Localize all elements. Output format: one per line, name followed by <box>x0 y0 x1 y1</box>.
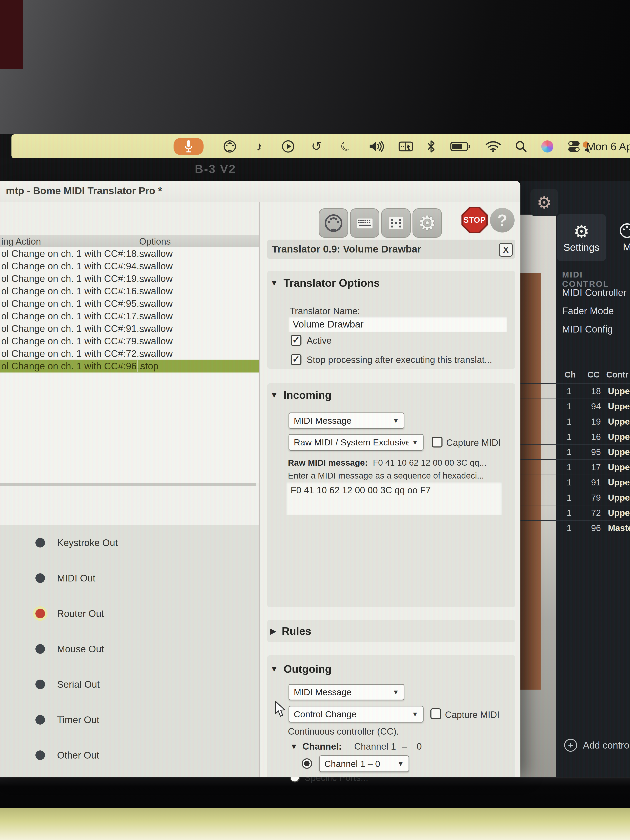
action-list-row[interactable]: ol Change on ch. 1 with CC#:91... swallo… <box>0 322 259 335</box>
partial-tab-label: M <box>623 241 630 253</box>
action-list-header[interactable]: ing Action Options <box>0 235 259 248</box>
translator-name-label: Translator Name: <box>290 306 360 316</box>
outgoing-subtype-dropdown[interactable]: Control Change ▼ <box>289 706 423 723</box>
cc-table-row[interactable]: 1 96 Maste <box>520 520 630 535</box>
settings-tab-label: Settings <box>563 242 599 253</box>
stop-processing-label: Stop processing after executing this tra… <box>307 355 492 365</box>
channel-radio[interactable] <box>302 758 312 769</box>
sidebar-nav-item[interactable]: MIDI Config <box>562 320 629 338</box>
cc-table-row[interactable]: 1 19 Upper <box>520 414 630 429</box>
volume-menu-icon[interactable] <box>367 134 385 158</box>
cc-table-row[interactable]: 1 17 Upper <box>520 459 630 475</box>
channel-dropdown[interactable]: Channel 1 – 0 ▼ <box>319 755 409 772</box>
action-list-row[interactable]: ol Change on ch. 1 with CC#:79... swallo… <box>0 335 259 347</box>
translator-name-input[interactable]: Volume Drawbar <box>289 316 507 332</box>
close-button[interactable]: X <box>499 243 513 257</box>
raw-midi-label: Raw MIDI message: <box>288 458 368 468</box>
sidebar-nav: MIDI Controller Fader Mode MIDI Config <box>562 283 629 338</box>
raw-midi-textarea[interactable]: F0 41 10 62 12 00 00 3C qq oo F7 <box>286 482 502 515</box>
tab-midi-partial[interactable]: M <box>619 214 630 261</box>
add-control-button[interactable]: + Add control <box>564 739 630 752</box>
chevron-down-icon[interactable]: ▼ <box>290 742 298 751</box>
cc-table-header: Ch CC Contr <box>520 370 630 382</box>
outgoing-type-item[interactable]: Mouse Out <box>0 631 259 667</box>
action-list: ol Change on ch. 1 with CC#:18... swallo… <box>0 247 259 483</box>
panel-divider <box>259 202 260 777</box>
outgoing-type-item[interactable]: Serial Out <box>0 667 259 702</box>
outgoing-type-item[interactable]: Keystroke Out <box>0 525 259 561</box>
outgoing-capture-midi-label: Capture MIDI <box>445 710 500 720</box>
action-list-row[interactable]: ol Change on ch. 1 with CC#:72... swallo… <box>0 347 259 360</box>
column-options[interactable]: Options <box>139 236 171 247</box>
cc-table-row[interactable]: 1 94 Upper <box>520 398 630 414</box>
outgoing-type-item[interactable]: Other Out <box>0 737 259 773</box>
stop-processing-checkbox[interactable] <box>291 354 302 365</box>
bullet-icon <box>35 573 45 583</box>
red-object <box>0 0 23 69</box>
midi-ports-toolbar-button[interactable] <box>319 208 348 238</box>
cc-table-row[interactable]: 1 91 Upper <box>520 475 630 490</box>
play-menu-icon[interactable] <box>280 134 297 158</box>
action-list-row[interactable]: ol Change on ch. 1 with CC#:94... swallo… <box>0 260 259 272</box>
laptop-bezel-top: B-3 V2 <box>0 158 630 181</box>
stop-label: STOP <box>464 216 486 224</box>
colorful-app-menu-icon[interactable] <box>539 134 556 158</box>
bluetooth-menu-icon[interactable] <box>425 134 438 158</box>
mic-in-use-indicator[interactable] <box>174 138 204 155</box>
outgoing-header[interactable]: ▼ Outgoing <box>270 663 332 675</box>
action-list-row[interactable]: ol Change on ch. 1 with CC#:17... swallo… <box>0 309 259 322</box>
bullet-icon <box>35 680 45 689</box>
spotlight-search-icon[interactable] <box>513 134 529 158</box>
cc-table-row[interactable]: 1 79 Upper <box>520 490 630 505</box>
cc-table-row[interactable]: 1 72 Upper <box>520 505 630 520</box>
panel-gear-chip[interactable]: ⚙ <box>531 189 558 216</box>
wifi-menu-icon[interactable] <box>483 134 504 158</box>
outgoing-type-item[interactable]: Timer Out <box>0 702 259 737</box>
time-machine-menu-icon[interactable]: ↺ <box>308 134 325 158</box>
incoming-header[interactable]: ▼ Incoming <box>270 389 332 401</box>
cc-table-row[interactable]: 1 18 Upper <box>520 383 630 398</box>
ports-dots-icon <box>387 213 406 233</box>
settings-toolbar-button[interactable]: ⚙ <box>412 208 442 238</box>
rules-header[interactable]: ▶ Rules <box>270 625 311 637</box>
stop-button[interactable]: STOP <box>461 207 488 233</box>
microphone-icon <box>184 140 193 153</box>
connections-toolbar-button[interactable] <box>381 208 411 238</box>
keyboard-toolbar-button[interactable] <box>350 208 379 238</box>
window-title-bar[interactable]: mtp - Bome MIDI Translator Pro * <box>0 181 520 202</box>
chevron-down-icon: ▼ <box>393 688 399 696</box>
action-list-row[interactable]: ol Change on ch. 1 with CC#:16... swallo… <box>0 284 259 297</box>
control-center-icon[interactable] <box>565 134 583 158</box>
mouse-cursor <box>275 701 287 718</box>
music-note-menu-icon[interactable]: ♪ <box>251 134 268 158</box>
cc-table-row[interactable]: 1 16 Upper <box>520 429 630 444</box>
menu-bar-clock[interactable]: Mon 6 Ap <box>586 134 630 158</box>
action-list-row[interactable]: ol Change on ch. 1 with CC#:96... stop <box>0 360 259 373</box>
action-list-row[interactable]: ol Change on ch. 1 with CC#:95... swallo… <box>0 297 259 309</box>
outgoing-type-item[interactable]: MIDI Out <box>0 561 259 596</box>
do-not-disturb-moon-icon[interactable]: ☾ <box>338 134 354 158</box>
outgoing-type-item[interactable]: Router Out <box>0 596 259 631</box>
chevron-down-icon: ▼ <box>270 665 278 674</box>
midi-menu-icon[interactable] <box>221 134 238 158</box>
active-label: Active <box>307 335 332 346</box>
sidebar-nav-item[interactable]: Fader Mode <box>562 302 629 320</box>
incoming-type-dropdown[interactable]: MIDI Message ▼ <box>289 412 404 429</box>
column-incoming-action[interactable]: ing Action <box>1 236 41 247</box>
tab-settings[interactable]: ⚙ Settings <box>557 214 606 261</box>
help-label: ? <box>497 211 507 230</box>
outgoing-type-list: Keystroke Out MIDI Out Router Out Mouse … <box>0 525 259 777</box>
sidebar-nav-item[interactable]: MIDI Controller <box>562 283 629 302</box>
outgoing-type-dropdown[interactable]: MIDI Message ▼ <box>289 684 404 700</box>
action-list-row[interactable]: ol Change on ch. 1 with CC#:18... swallo… <box>0 247 259 260</box>
cc-table-row[interactable]: 1 95 Upper <box>520 444 630 459</box>
outgoing-capture-midi-checkbox[interactable] <box>430 708 441 719</box>
display-switch-menu-icon[interactable] <box>397 134 415 158</box>
incoming-subtype-dropdown[interactable]: Raw MIDI / System Exclusive ▼ <box>289 434 423 451</box>
battery-menu-icon[interactable] <box>449 134 472 158</box>
translator-options-header[interactable]: ▼ Translator Options <box>270 277 380 289</box>
action-list-row[interactable]: ol Change on ch. 1 with CC#:19... swallo… <box>0 272 259 284</box>
help-button[interactable]: ? <box>490 208 515 232</box>
active-checkbox[interactable] <box>291 335 302 346</box>
incoming-capture-midi-checkbox[interactable] <box>432 437 442 447</box>
